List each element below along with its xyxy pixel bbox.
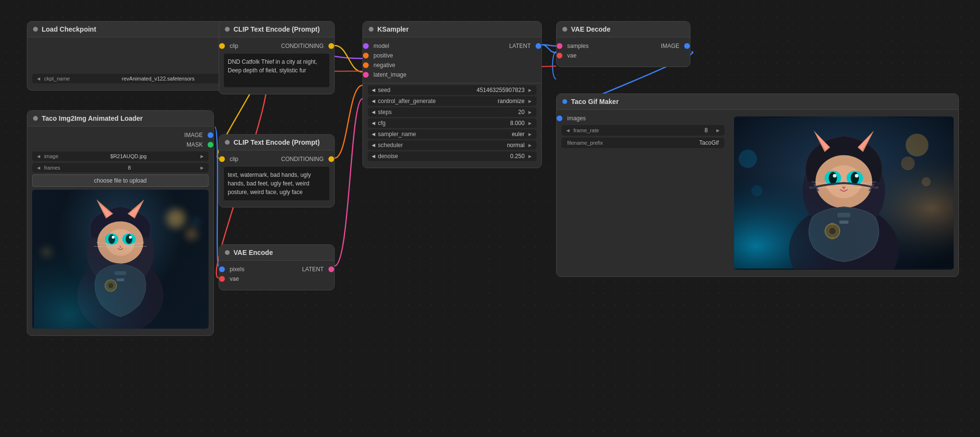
images-row: images xyxy=(557,114,729,123)
ks-positive-port xyxy=(363,53,369,58)
filename-prefix-value: TacoGif xyxy=(644,139,722,146)
pixels-port xyxy=(219,266,225,272)
ks-positive-row: positive xyxy=(363,51,541,60)
cfg-arrow[interactable]: ► xyxy=(526,120,534,126)
vae-encode-dot xyxy=(225,250,230,255)
frames-field: ◄ frames 8 ► xyxy=(32,163,209,172)
control-after-control[interactable]: ◄ control_after_generate randomize ► xyxy=(368,96,537,106)
clip-negative-title: CLIP Text Encode (Prompt) xyxy=(233,138,320,146)
clip-in-row: clip CONDITIONING xyxy=(219,41,334,51)
seed-value: 451463255907823 xyxy=(419,87,526,93)
img2img-loader-node: Taco Img2Img Animated Loader IMAGE MASK … xyxy=(27,110,214,336)
clip-encode-positive-node: CLIP Text Encode (Prompt) clip CONDITION… xyxy=(219,21,335,94)
latent-out-port xyxy=(328,266,334,272)
denoise-label: ◄ denoise xyxy=(371,153,419,160)
denoise-control[interactable]: ◄ denoise 0.250 ► xyxy=(368,151,537,161)
seed-arrow[interactable]: ► xyxy=(526,87,534,93)
vae-decode-dot xyxy=(562,27,567,32)
control-arrow[interactable]: ► xyxy=(526,98,534,104)
frame-rate-control[interactable]: ◄ frame_rate 8 ► xyxy=(561,125,724,136)
ks-model-label: model xyxy=(369,43,394,49)
clip-positive-dot xyxy=(225,27,230,32)
cfg-label: ◄ cfg xyxy=(371,120,419,126)
sampler-name-field: ◄ sampler_name euler ► xyxy=(368,129,537,139)
vae-encode-header: VAE Encode xyxy=(219,245,334,261)
ks-latent-image-label: latent_image xyxy=(369,71,411,78)
frame-rate-value: 8 xyxy=(700,127,712,134)
sampler-arrow[interactable]: ► xyxy=(526,131,534,137)
vae-decode-body: samples IMAGE vae xyxy=(557,37,690,67)
clip-neg-in-label: clip xyxy=(225,156,243,162)
img2img-status-dot xyxy=(33,116,38,121)
vae-decode-title: VAE Decode xyxy=(571,25,610,33)
ks-negative-row: negative xyxy=(363,60,541,70)
vae-encode-body: pixels LATENT vae xyxy=(219,261,334,290)
upload-button[interactable]: choose file to upload xyxy=(32,174,209,187)
frame-rate-field: ◄ frame_rate 8 ► xyxy=(561,125,724,136)
steps-arrow[interactable]: ► xyxy=(526,109,534,115)
scheduler-arrow[interactable]: ► xyxy=(526,142,534,148)
load-checkpoint-title: Load Checkpoint xyxy=(42,25,96,33)
denoise-arrow[interactable]: ► xyxy=(526,153,534,159)
taco-gif-header: Taco Gif Maker xyxy=(557,94,958,110)
negative-prompt-text[interactable]: text, watermark, bad hands, ugly hands, … xyxy=(224,167,329,200)
scheduler-label: ◄ scheduler xyxy=(371,142,419,149)
image-param-label: image xyxy=(44,153,58,159)
vae-in-row: vae xyxy=(219,274,334,286)
clip-neg-in-port xyxy=(219,156,225,162)
samples-row: samples IMAGE xyxy=(557,41,690,51)
image-out-label: IMAGE xyxy=(179,132,208,138)
image-out-label2: IMAGE xyxy=(656,43,684,49)
img-arrow-right[interactable]: ► xyxy=(198,153,206,159)
frames-control[interactable]: ◄ frames 8 ► xyxy=(32,163,209,172)
img2img-body: IMAGE MASK ◄ image $R21AUQD.jpg ► ◄ fram… xyxy=(27,126,213,335)
control-after-field: ◄ control_after_generate randomize ► xyxy=(368,96,537,106)
clip-positive-header: CLIP Text Encode (Prompt) xyxy=(219,22,334,37)
ks-positive-label: positive xyxy=(369,52,398,59)
ks-negative-port xyxy=(363,62,369,68)
ks-model-row: model LATENT xyxy=(363,41,541,51)
taco-gif-inner: images ◄ frame_rate 8 ► filename_prefix … xyxy=(557,114,958,273)
samples-label: samples xyxy=(562,43,594,49)
ks-model-port xyxy=(363,43,369,49)
frame-rate-label: frame_rate xyxy=(573,127,698,133)
ksampler-node: KSampler model LATENT positive negative … xyxy=(362,21,542,168)
steps-value: 20 xyxy=(419,109,526,115)
pixels-label: pixels xyxy=(225,266,249,273)
ksampler-title: KSampler xyxy=(377,25,408,33)
frames-arrow-left[interactable]: ◄ xyxy=(35,165,42,171)
image-control[interactable]: ◄ image $R21AUQD.jpg ► xyxy=(32,151,209,161)
taco-gif-body: images ◄ frame_rate 8 ► filename_prefix … xyxy=(557,110,958,276)
svg-rect-57 xyxy=(734,118,954,269)
fr-arrow-left[interactable]: ◄ xyxy=(564,127,572,133)
node-status-dot xyxy=(33,27,38,32)
cfg-control[interactable]: ◄ cfg 8.000 ► xyxy=(368,118,537,128)
frames-arrow-right[interactable]: ► xyxy=(198,165,206,171)
positive-prompt-text[interactable]: DND Catfolk Thief in a city at night, De… xyxy=(224,54,329,87)
taco-gif-cat-svg xyxy=(734,116,954,270)
scheduler-control[interactable]: ◄ scheduler normal ► xyxy=(368,140,537,150)
taco-gif-dot xyxy=(562,99,567,104)
seed-control[interactable]: ◄ seed 451463255907823 ► xyxy=(368,85,537,95)
img-arrow-left[interactable]: ◄ xyxy=(35,153,42,159)
vae-decode-node: VAE Decode samples IMAGE vae xyxy=(556,21,690,67)
frames-param-label: frames xyxy=(44,165,60,171)
fr-arrow-right[interactable]: ► xyxy=(714,127,722,133)
taco-gif-controls: images ◄ frame_rate 8 ► filename_prefix … xyxy=(557,114,729,273)
filename-prefix-control[interactable]: filename_prefix TacoGif xyxy=(561,138,724,148)
steps-control[interactable]: ◄ steps 20 ► xyxy=(368,107,537,117)
img2img-header: Taco Img2Img Animated Loader xyxy=(27,111,213,126)
ks-latent-image-port xyxy=(363,72,369,78)
clip-negative-body: clip CONDITIONING text, watermark, bad h… xyxy=(219,150,334,207)
clip-encode-negative-node: CLIP Text Encode (Prompt) clip CONDITION… xyxy=(219,134,335,207)
cfg-field: ◄ cfg 8.000 ► xyxy=(368,118,537,128)
sampler-name-control[interactable]: ◄ sampler_name euler ► xyxy=(368,129,537,139)
vae-dec-port xyxy=(557,53,562,58)
img2img-title: Taco Img2Img Animated Loader xyxy=(42,115,143,122)
clip-in-label: clip xyxy=(225,43,243,49)
vae-decode-header: VAE Decode xyxy=(557,22,690,37)
clip-negative-header: CLIP Text Encode (Prompt) xyxy=(219,135,334,150)
neg-conditioning-port xyxy=(328,156,334,162)
pixels-row: pixels LATENT xyxy=(219,264,334,274)
ckpt-arrow-left[interactable]: ◄ xyxy=(35,76,42,81)
